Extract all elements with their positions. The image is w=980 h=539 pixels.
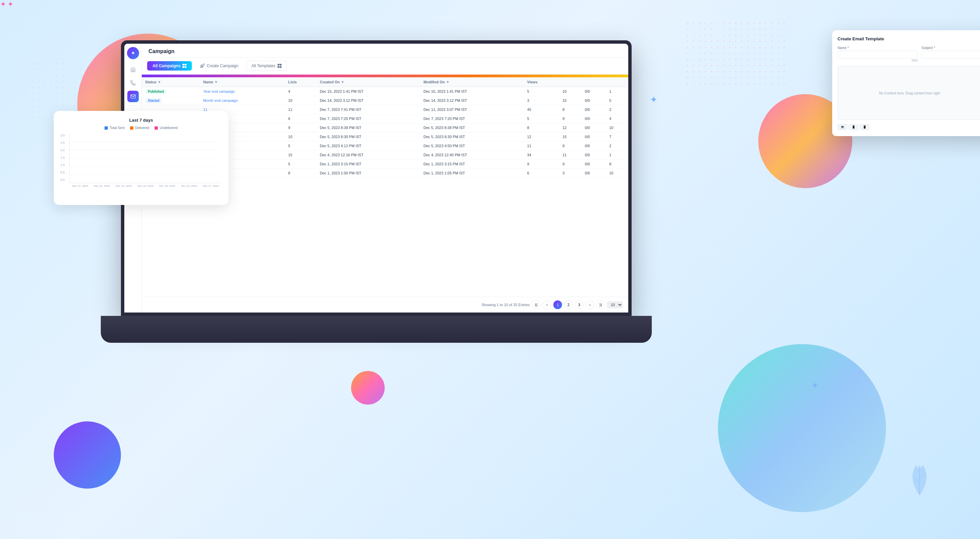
pagination-next-btn[interactable]: ›	[585, 300, 594, 309]
cell-created: Dec 4, 2023 12:16 PM IST	[317, 150, 420, 159]
status-badge-published: Published	[145, 89, 167, 94]
tab-create-campaign[interactable]: Create Campaign	[195, 61, 243, 70]
bottom-bar-device-btn[interactable]: 💻	[838, 124, 847, 130]
cell-created: Dec 7, 2023 7:20 PM IST	[317, 114, 420, 123]
sidebar-item-phone[interactable]	[127, 77, 139, 89]
pagination-bar: Showing 1 to 10 of 25 Entries ⟨⟨ ‹ 1 2 3…	[142, 297, 628, 313]
table-row: Published Year end campaign 4 Dec 15, 20…	[142, 87, 628, 96]
cell-col8: 0/0	[582, 96, 606, 105]
y-label: 2.5	[60, 141, 69, 145]
y-label: 1.5	[60, 156, 69, 159]
campaign-name-link[interactable]: Month end campaign	[203, 99, 238, 102]
y-label: 0.5	[60, 171, 69, 174]
pagination-first-btn[interactable]: ⟨⟨	[532, 300, 541, 309]
x-label-3: Dec 23, 2023	[113, 185, 135, 188]
cell-col8: 0/0	[582, 123, 606, 132]
legend-delivered: Delivered	[130, 126, 149, 130]
cell-col7: 12	[559, 123, 581, 132]
cell-views: 11	[524, 142, 559, 150]
cell-col9: 7	[606, 132, 628, 142]
status-badge-started: Started	[145, 98, 162, 103]
cell-col8: 0/0	[582, 132, 606, 142]
cell-lists: 10	[285, 96, 317, 105]
cell-created: Dec 5, 2023 8:38 PM IST	[317, 123, 420, 132]
tab-create-campaign-label: Create Campaign	[207, 64, 238, 68]
cell-modified: Dec 15, 2023 1:41 PM IST	[420, 87, 524, 96]
bottom-bar-tablet-btn[interactable]: 📱	[849, 124, 858, 130]
sidebar-item-campaigns[interactable]	[127, 91, 139, 102]
y-label: 1.0	[60, 163, 69, 167]
table-row: Started Month end campaign 10 Dec 14, 20…	[142, 96, 628, 105]
rocket-icon	[200, 64, 205, 68]
cell-views: 5	[524, 114, 559, 123]
cell-col7: 8	[559, 105, 581, 114]
table-header-gradient	[142, 75, 628, 77]
cell-created: Dec 1, 2023 1:00 PM IST	[317, 169, 420, 178]
pagination-page-1[interactable]: 1	[553, 300, 562, 309]
orb-decoration	[351, 371, 385, 405]
cell-col7: 8	[559, 142, 581, 150]
cell-lists: 4	[285, 87, 317, 96]
cell-col8: 0/0	[582, 150, 606, 159]
grid-icon-all-campaigns	[183, 64, 186, 68]
bg-decoration-purple-circle	[54, 421, 121, 489]
cell-col8: 0/0	[582, 159, 606, 169]
char-count: 0/50	[838, 59, 918, 62]
cell-col9: 10	[606, 123, 628, 132]
sparkle-icon-5: ✦	[0, 0, 6, 8]
cell-col9: 2	[606, 105, 628, 114]
col-header-name: Name ▼	[200, 77, 285, 87]
bg-decoration-teal-circle	[718, 344, 886, 512]
col-header-7	[559, 77, 581, 87]
cell-views: 8	[524, 123, 559, 132]
cell-col7: 9	[559, 114, 581, 123]
pagination-prev-btn[interactable]: ‹	[542, 300, 551, 309]
chart-panel: Last 7 days Total Sent Delivered Undeliv…	[54, 111, 229, 205]
sidebar-item-home[interactable]	[127, 64, 139, 75]
sidebar-divider	[128, 105, 138, 106]
pagination-last-btn[interactable]: ⟩⟩	[597, 300, 605, 309]
cell-lists: 5	[285, 159, 317, 169]
cell-col8: 0/0	[582, 105, 606, 114]
pagination-page-3[interactable]: 3	[575, 300, 584, 309]
subject-input[interactable]	[921, 51, 980, 59]
modal-header: Create Email Template ✕	[838, 36, 980, 42]
y-label: 0.0	[60, 178, 69, 182]
campaign-name-link[interactable]: Year end campaign	[203, 89, 235, 93]
cell-modified: Dec 11, 2023 3:07 PM IST	[420, 105, 524, 114]
editor-bottom-bar: 💻 📱 📱	[838, 124, 869, 130]
name-input[interactable]	[838, 51, 918, 59]
cell-col9: 10	[606, 169, 628, 178]
cell-views: 45	[524, 105, 559, 114]
bg-dots-top	[684, 20, 785, 88]
legend-label-delivered: Delivered	[135, 126, 149, 130]
cell-col9: 2	[606, 142, 628, 150]
email-template-modal: Create Email Template ✕ Name * 0/50 Subj…	[832, 30, 980, 136]
modal-name-field: Name * 0/50	[838, 46, 918, 62]
cell-col7: 15	[559, 132, 581, 142]
modal-fields: Name * 0/50 Subject *	[838, 46, 980, 62]
tab-all-campaigns[interactable]: All Campaigns	[147, 61, 192, 70]
cell-col9: 5	[606, 96, 628, 105]
cell-lists: 5	[285, 142, 317, 150]
cell-col8: 0/0	[582, 169, 606, 178]
cell-col7: 3	[559, 169, 581, 178]
per-page-select[interactable]: 10 25 50	[607, 301, 623, 308]
cell-modified: Dec 5, 2023 4:50 PM IST	[420, 142, 524, 150]
cell-col8: 0/0	[582, 142, 606, 150]
x-label-1: Dec 21, 2023	[69, 185, 91, 188]
legend-dot-orange	[130, 126, 134, 130]
pagination-page-2[interactable]: 2	[564, 300, 573, 309]
canvas-placeholder: No Content here. Drag content from right	[879, 91, 940, 95]
chart-title: Last 7 days	[60, 118, 222, 123]
laptop-base	[101, 316, 652, 343]
editor-area: No Content here. Drag content from right…	[838, 66, 980, 120]
cell-created: Dec 5, 2023 8:30 PM IST	[317, 132, 420, 142]
tab-all-templates[interactable]: All Templates	[246, 61, 286, 71]
col-header-lists: Lists	[285, 77, 317, 87]
cell-col7: 15	[559, 96, 581, 105]
grid-icon-templates	[277, 64, 282, 68]
bottom-bar-mobile-btn[interactable]: 📱	[860, 124, 869, 130]
cell-col9: 8	[606, 159, 628, 169]
cell-col8: 0/0	[582, 87, 606, 96]
